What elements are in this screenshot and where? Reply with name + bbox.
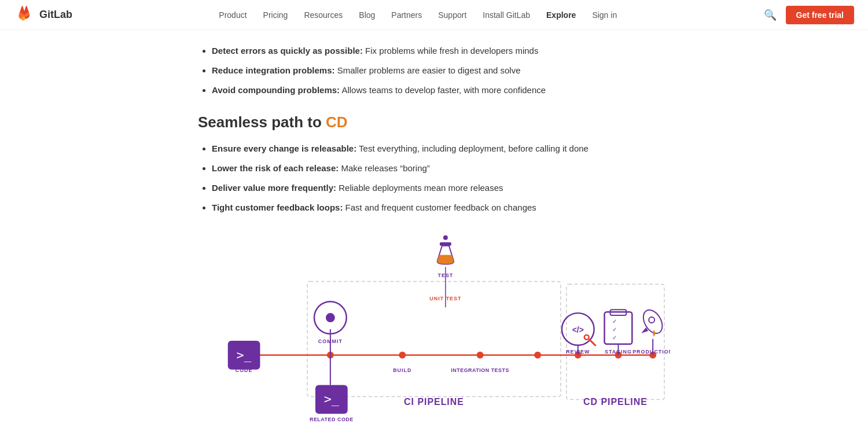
cd-bullets: Ensure every change is releasable: Test …	[198, 142, 670, 215]
bullet-risk: Lower the risk of each release: Make rel…	[212, 161, 670, 175]
svg-point-44	[649, 317, 654, 323]
svg-point-7	[534, 352, 541, 359]
svg-line-34	[590, 340, 595, 345]
nav-links: Product Pricing Resources Blog Partners …	[219, 10, 617, 20]
svg-point-18	[326, 313, 335, 322]
nav-install[interactable]: Install GitLab	[483, 10, 530, 20]
svg-rect-1	[567, 284, 664, 399]
svg-text:CODE: CODE	[236, 367, 253, 373]
svg-rect-37	[605, 312, 632, 344]
svg-text:</>: </>	[572, 325, 584, 334]
svg-text:UNIT TEST: UNIT TEST	[429, 296, 461, 301]
nav-product[interactable]: Product	[219, 10, 247, 20]
trial-button[interactable]: Get free trial	[786, 6, 854, 24]
bullet-reduce-bold: Reduce integration problems:	[212, 65, 335, 75]
nav-blog[interactable]: Blog	[359, 10, 375, 20]
gitlab-logo[interactable]: GitLab	[14, 5, 72, 25]
nav-resources[interactable]: Resources	[304, 10, 343, 20]
cd-heading: Seamless path to CD	[198, 113, 670, 131]
nav-explore[interactable]: Explore	[546, 10, 576, 20]
pipeline-svg: >_ CODE COMMIT BUILD UNIT TEST	[198, 232, 670, 423]
top-bullets: Detect errors as quickly as possible: Fi…	[198, 44, 670, 97]
bullet-reduce: Reduce integration problems: Smaller pro…	[212, 64, 670, 78]
search-icon[interactable]: 🔍	[764, 9, 777, 21]
svg-text:✓: ✓	[612, 318, 617, 325]
navbar: GitLab Product Pricing Resources Blog Pa…	[0, 0, 868, 30]
svg-point-24	[443, 235, 448, 240]
svg-point-35	[584, 335, 589, 340]
nav-signin[interactable]: Sign in	[592, 10, 617, 20]
svg-point-6	[477, 352, 484, 359]
nav-logo-text: GitLab	[39, 9, 72, 21]
nav-pricing[interactable]: Pricing	[263, 10, 288, 20]
svg-text:>_: >_	[324, 392, 340, 406]
bullet-detect-rest: Fix problems while fresh in developers m…	[363, 46, 538, 56]
nav-support[interactable]: Support	[438, 10, 466, 20]
bullet-feedback: Tight customer feedback loops: Fast and …	[212, 201, 670, 215]
svg-text:CD PIPELINE: CD PIPELINE	[583, 397, 648, 407]
bullet-detect: Detect errors as quickly as possible: Fi…	[212, 44, 670, 58]
svg-text:PRODUCTION: PRODUCTION	[632, 349, 670, 355]
bullet-avoid: Avoid compounding problems: Allows teams…	[212, 83, 670, 97]
bullet-detect-bold: Detect errors as quickly as possible:	[212, 46, 363, 56]
bullet-avoid-bold: Avoid compounding problems:	[212, 85, 340, 95]
svg-text:CI PIPELINE: CI PIPELINE	[404, 397, 464, 407]
svg-text:COMMIT: COMMIT	[318, 338, 343, 344]
page-content: Detect errors as quickly as possible: Fi…	[179, 30, 689, 442]
svg-text:TEST: TEST	[437, 272, 453, 278]
svg-text:RELATED CODE: RELATED CODE	[310, 417, 354, 422]
svg-text:>_: >_	[236, 348, 252, 362]
bullet-releasable: Ensure every change is releasable: Test …	[212, 142, 670, 156]
pipeline-diagram: >_ CODE COMMIT BUILD UNIT TEST	[198, 232, 670, 423]
bullet-deliver: Deliver value more frequently: Reliable …	[212, 181, 670, 195]
svg-point-5	[399, 352, 406, 359]
svg-text:✓: ✓	[612, 326, 617, 333]
svg-text:INTEGRATION TESTS: INTEGRATION TESTS	[451, 367, 509, 373]
nav-right: 🔍 Get free trial	[764, 6, 854, 24]
bullet-reduce-rest: Smaller problems are easier to digest an…	[335, 65, 521, 75]
svg-text:✓: ✓	[612, 334, 617, 341]
svg-text:BUILD: BUILD	[393, 367, 411, 373]
bullet-avoid-rest: Allows teams to develop faster, with mor…	[340, 85, 546, 95]
nav-partners[interactable]: Partners	[391, 10, 422, 20]
